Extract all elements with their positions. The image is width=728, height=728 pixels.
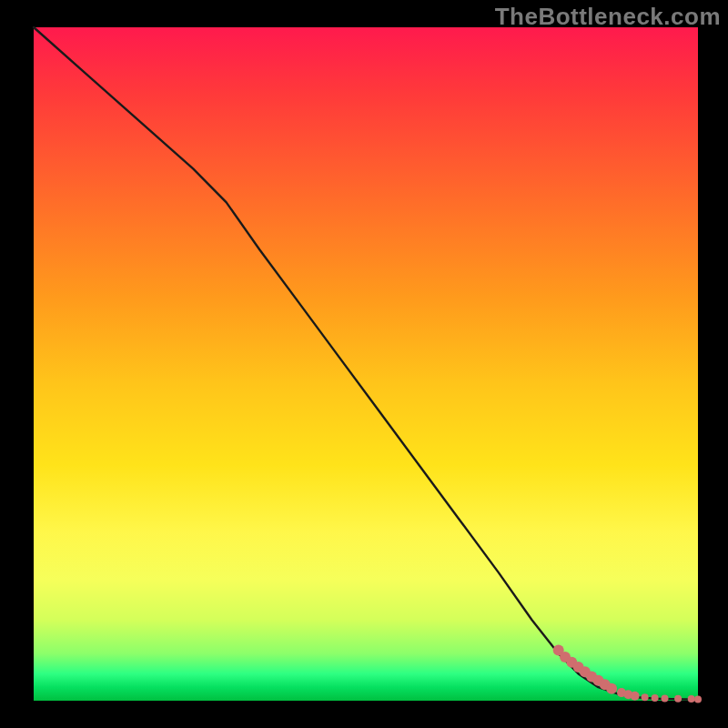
- sample-point: [642, 693, 649, 701]
- sample-point: [662, 694, 669, 702]
- bottleneck-curve: [34, 27, 698, 700]
- sample-points-group: [553, 645, 702, 703]
- sample-point: [694, 696, 702, 703]
- sample-point: [674, 695, 682, 703]
- sample-point: [688, 695, 695, 703]
- chart-frame: TheBottleneck.com: [0, 0, 728, 728]
- sample-point: [652, 694, 659, 702]
- curve-svg: [34, 27, 698, 701]
- sample-point: [606, 683, 617, 694]
- plot-area: [34, 27, 698, 701]
- sample-point: [631, 692, 640, 701]
